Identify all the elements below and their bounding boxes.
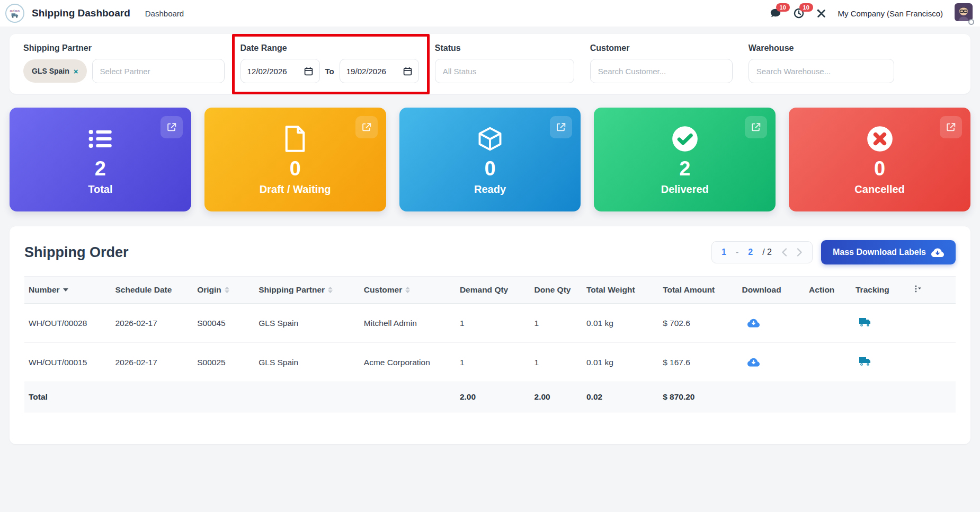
col-action[interactable]: Action <box>805 277 851 304</box>
open-delivered-records-button[interactable] <box>745 116 767 138</box>
tracking-button[interactable] <box>856 317 871 328</box>
pagination: 1 - 2 / 2 <box>711 241 813 263</box>
app-logo-icon[interactable]: odoo <box>5 4 24 23</box>
table-total-row: Total 2.00 2.00 0.02 $ 870.20 <box>24 382 956 412</box>
activities-badge: 10 <box>799 3 813 12</box>
company-switcher[interactable]: My Company (San Francisco) <box>838 9 943 18</box>
shipping-order-table: Number Schedule Date Origin Shipping Par… <box>24 276 956 412</box>
col-shipping-partner[interactable]: Shipping Partner <box>254 277 360 304</box>
open-total-records-button[interactable] <box>161 116 183 138</box>
col-number[interactable]: Number <box>24 277 111 304</box>
cloud-download-icon <box>931 246 944 259</box>
col-download[interactable]: Download <box>738 277 805 304</box>
column-settings-button[interactable] <box>909 277 956 304</box>
partner-select-input[interactable] <box>92 59 225 83</box>
total-row-label: Total <box>24 382 111 412</box>
sort-both-icon <box>225 286 229 294</box>
partner-chip[interactable]: GLS Spain × <box>23 59 87 83</box>
open-cancelled-records-button[interactable] <box>940 116 962 138</box>
mass-download-label-text: Mass Download Labels <box>833 248 926 257</box>
customer-label: Customer <box>590 43 733 53</box>
col-customer[interactable]: Customer <box>360 277 456 304</box>
filter-date-range: Date Range 12/02/2026 To 19/02/2026 <box>240 43 419 83</box>
warehouse-label: Warehouse <box>749 43 894 53</box>
chevron-left-icon <box>781 248 787 257</box>
card-delivered[interactable]: 2 Delivered <box>594 108 776 211</box>
download-label-button[interactable] <box>742 355 760 367</box>
col-done-qty[interactable]: Done Qty <box>530 277 582 304</box>
prev-page-button[interactable] <box>781 248 787 257</box>
truck-icon <box>859 356 871 367</box>
sort-both-icon <box>405 286 410 294</box>
sort-desc-icon <box>63 288 68 292</box>
table-row[interactable]: WH/OUT/00015 2026-02-17 S00025 GLS Spain… <box>24 343 956 382</box>
shipping-order-panel: Shipping Order 1 - 2 / 2 Mas <box>10 226 970 444</box>
kpi-cards-row: 2 Total 0 Draft / Waiting 0 Ready <box>10 108 970 211</box>
table-row[interactable]: WH/OUT/00028 2026-02-17 S00045 GLS Spain… <box>24 304 956 343</box>
status-label: Status <box>435 43 574 53</box>
total-label: Total <box>88 183 112 196</box>
x-circle-icon <box>866 124 894 154</box>
external-link-icon <box>945 121 957 133</box>
next-page-button[interactable] <box>797 248 803 257</box>
date-range-to-label: To <box>325 67 334 76</box>
debug-tools-button[interactable] <box>816 8 826 19</box>
draft-count: 0 <box>290 159 301 178</box>
truck-icon <box>859 317 871 328</box>
col-total-weight[interactable]: Total Weight <box>582 277 658 304</box>
page-range-separator: - <box>736 248 738 257</box>
user-avatar[interactable] <box>955 3 973 23</box>
odoo-logo-text: odoo <box>10 9 20 13</box>
schedule-date-cell: 2026-02-17 <box>111 343 193 382</box>
card-cancelled[interactable]: 0 Cancelled <box>789 108 970 211</box>
delivered-count: 2 <box>679 159 690 178</box>
messages-badge: 10 <box>776 3 790 12</box>
date-from-input[interactable]: 12/02/2026 <box>240 59 320 83</box>
date-to-value: 19/02/2026 <box>346 67 386 76</box>
col-tracking[interactable]: Tracking <box>851 277 909 304</box>
card-draft-waiting[interactable]: 0 Draft / Waiting <box>204 108 386 211</box>
customer-cell: Mitchell Admin <box>360 304 456 343</box>
col-origin[interactable]: Origin <box>193 277 254 304</box>
total-weight-sum: 0.02 <box>582 382 658 412</box>
open-draft-records-button[interactable] <box>355 116 378 138</box>
page-range-end[interactable]: 2 <box>748 248 753 257</box>
messages-button[interactable]: 10 <box>770 7 781 19</box>
demand-qty-cell: 1 <box>456 343 530 382</box>
total-weight-cell: 0.01 kg <box>582 343 658 382</box>
tracking-button[interactable] <box>856 356 871 367</box>
partner-chip-remove-icon[interactable]: × <box>74 67 78 76</box>
logo-truck-icon <box>11 13 19 18</box>
cloud-download-icon <box>747 355 760 367</box>
status-select[interactable] <box>435 59 574 83</box>
top-navigation-bar: odoo Shipping Dashboard Dashboard 10 10 <box>0 0 980 27</box>
card-total[interactable]: 2 Total <box>10 108 191 211</box>
origin-cell: S00025 <box>193 343 254 382</box>
warehouse-search-input[interactable] <box>749 59 894 83</box>
total-amount-sum: $ 870.20 <box>658 382 737 412</box>
col-total-amount[interactable]: Total Amount <box>658 277 737 304</box>
filter-customer: Customer <box>590 43 733 83</box>
page-range-start[interactable]: 1 <box>721 248 726 257</box>
done-qty-cell: 1 <box>530 304 582 343</box>
open-ready-records-button[interactable] <box>550 116 572 138</box>
sort-both-icon <box>328 286 333 294</box>
col-demand-qty[interactable]: Demand Qty <box>456 277 530 304</box>
mass-download-labels-button[interactable]: Mass Download Labels <box>821 240 956 264</box>
ready-label: Ready <box>474 183 506 196</box>
calendar-icon <box>403 67 412 76</box>
cube-icon <box>476 124 504 154</box>
order-number-link[interactable]: WH/OUT/00028 <box>24 304 111 343</box>
order-number-link[interactable]: WH/OUT/00015 <box>24 343 111 382</box>
card-ready[interactable]: 0 Ready <box>399 108 581 211</box>
filter-shipping-partner: Shipping Partner GLS Spain × <box>23 43 225 83</box>
activities-button[interactable]: 10 <box>793 7 805 19</box>
customer-search-input[interactable] <box>590 59 733 83</box>
external-link-icon <box>361 121 372 133</box>
action-cell <box>805 304 851 343</box>
external-link-icon <box>166 121 177 133</box>
col-schedule-date[interactable]: Schedule Date <box>111 277 193 304</box>
date-to-input[interactable]: 19/02/2026 <box>340 59 419 83</box>
download-label-button[interactable] <box>742 316 760 328</box>
nav-dashboard[interactable]: Dashboard <box>145 9 184 18</box>
